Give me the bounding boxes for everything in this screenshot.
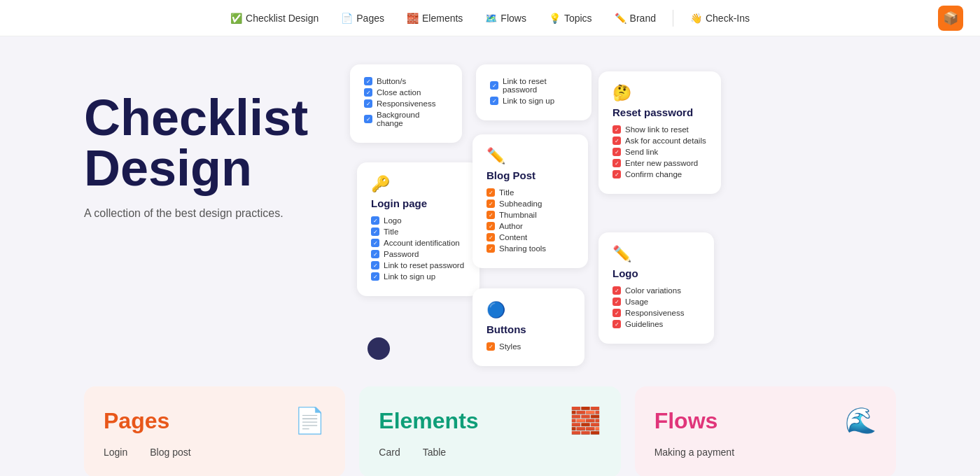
nav-checkins[interactable]: 👋 Check-Ins [682, 8, 758, 28]
checkbox: ✓ [371, 250, 379, 258]
check-item: ✓Enter new password [612, 159, 707, 167]
check-item: ✓ Responsiveness [364, 99, 448, 108]
pages-icon: 📄 [341, 13, 353, 24]
check-item: ✓Sharing tools [486, 244, 574, 253]
pages-link-login[interactable]: Login [104, 447, 127, 458]
checkbox: ✓ [612, 159, 621, 167]
pages-link-blogpost[interactable]: Blog post [150, 447, 190, 458]
card-logo-emoji: ✏️ [612, 245, 700, 263]
checkbox: ✓ [371, 272, 379, 281]
check-item: ✓Show link to reset [612, 125, 707, 134]
elements-link-card[interactable]: Card [379, 447, 400, 458]
elements-link-table[interactable]: Table [423, 447, 446, 458]
checkbox: ✓ [364, 88, 372, 97]
bottom-card-links-pages: Login Blog post [104, 447, 326, 458]
check-item: ✓Link to reset password [371, 261, 465, 270]
card-partial-top: ✓Link to reset password ✓Link to sign up [476, 64, 592, 120]
card-logo: ✏️ Logo ✓Color variations ✓Usage ✓Respon… [598, 232, 714, 344]
bottom-card-links-flows: Making a payment [654, 447, 876, 458]
checkbox: ✓ [612, 136, 621, 145]
nav-elements[interactable]: 🧱 Elements [398, 8, 471, 28]
check-item: ✓ Close action [364, 88, 448, 97]
checkbox: ✓ [486, 211, 495, 219]
nav-brand[interactable]: ✅ Checklist Design [222, 8, 327, 28]
checkbox: ✓ [371, 261, 379, 270]
flows-bottom-emoji: 🌊 [845, 406, 876, 435]
check-item: ✓Confirm change [612, 170, 707, 178]
card-login-emoji: 🔑 [371, 175, 465, 193]
check-item: ✓Content [486, 233, 574, 241]
checkbox: ✓ [612, 298, 621, 306]
checkbox: ✓ [371, 216, 379, 225]
card-login-title: Login page [371, 197, 465, 209]
bottom-card-pages[interactable]: Pages 📄 Login Blog post [84, 386, 345, 476]
checkbox: ✓ [486, 244, 495, 253]
checkbox: ✓ [486, 342, 495, 351]
check-item: ✓Logo [371, 216, 465, 225]
brand-pencil-icon: ✏️ [615, 13, 626, 24]
check-item: ✓Send link [612, 148, 707, 156]
pages-label: Pages [356, 13, 384, 24]
bottom-card-title-flows: Flows [654, 408, 718, 434]
bottom-card-title-elements: Elements [379, 408, 478, 434]
check-item: ✓Guidelines [612, 320, 700, 328]
checkbox: ✓ [486, 188, 495, 197]
checkins-label: Check-Ins [706, 13, 750, 24]
brand-nav-label: Brand [630, 13, 656, 24]
card-blogpost-emoji: ✏️ [486, 147, 574, 165]
check-item: ✓Account identification [371, 239, 465, 247]
check-item: ✓Title [371, 227, 465, 236]
checkbox: ✓ [612, 125, 621, 134]
checkbox: ✓ [371, 239, 379, 247]
checkbox: ✓ [364, 77, 372, 85]
card-reset: 🤔 Reset password ✓Show link to reset ✓As… [598, 71, 721, 194]
card-blogpost-title: Blog Post [486, 169, 574, 181]
hero-section: Checklist Design A collection of the bes… [0, 36, 980, 372]
checkins-icon: 👋 [690, 13, 702, 24]
bottom-card-elements[interactable]: Elements 🧱 Card Table [359, 386, 620, 476]
app-emoji: 📦 [943, 10, 958, 26]
card-modal-partial: ✓ Button/s ✓ Close action ✓ Responsivene… [350, 64, 462, 143]
flows-link-payment[interactable]: Making a payment [654, 447, 734, 458]
elements-icon: 🧱 [407, 13, 419, 24]
elements-label: Elements [422, 13, 463, 24]
check-item: ✓Color variations [612, 286, 700, 295]
flows-label: Flows [500, 13, 526, 24]
checkbox: ✓ [612, 320, 621, 328]
bottom-section: Pages 📄 Login Blog post Elements 🧱 Card … [0, 372, 980, 476]
check-item: ✓Thumbnail [486, 211, 574, 219]
checkbox: ✓ [364, 115, 372, 123]
nav-divider [673, 10, 673, 27]
flows-icon: 🗺️ [485, 13, 497, 24]
nav-topics[interactable]: 💡 Topics [540, 8, 601, 28]
card-blogpost: ✏️ Blog Post ✓Title ✓Subheading ✓Thumbna… [472, 134, 588, 268]
checkbox: ✓ [486, 200, 495, 208]
card-buttons-title: Buttons [486, 323, 570, 335]
bottom-card-flows[interactable]: Flows 🌊 Making a payment [635, 386, 896, 476]
check-item: ✓Link to reset password [490, 77, 578, 94]
bottom-card-header-flows: Flows 🌊 [654, 406, 876, 435]
card-logo-title: Logo [612, 267, 700, 279]
bottom-card-header-pages: Pages 📄 [104, 406, 326, 435]
brand-label: Checklist Design [246, 13, 318, 24]
cards-area: ✓ Button/s ✓ Close action ✓ Responsivene… [350, 64, 938, 358]
nav-pages[interactable]: 📄 Pages [332, 8, 393, 28]
card-reset-title: Reset password [612, 106, 707, 118]
pages-bottom-emoji: 📄 [294, 406, 326, 435]
hero-title: Checklist Design [84, 92, 350, 193]
nav-flows[interactable]: 🗺️ Flows [477, 8, 535, 28]
checkbox: ✓ [364, 99, 372, 108]
bottom-card-links-elements: Card Table [379, 447, 601, 458]
hero-text-block: Checklist Design A collection of the bes… [84, 64, 350, 220]
nav-brand-item[interactable]: ✏️ Brand [606, 8, 664, 28]
check-item: ✓Usage [612, 298, 700, 306]
checkbox: ✓ [486, 222, 495, 230]
check-item: ✓Responsiveness [612, 309, 700, 317]
checkbox: ✓ [371, 227, 379, 236]
app-icon-button[interactable]: 📦 [938, 6, 963, 31]
check-item: ✓Link to sign up [371, 272, 465, 281]
card-buttons: 🔵 Buttons ✓Styles [472, 288, 584, 366]
check-item: ✓Title [486, 188, 574, 197]
elements-bottom-emoji: 🧱 [570, 406, 601, 435]
brand-check-icon: ✅ [230, 13, 242, 24]
